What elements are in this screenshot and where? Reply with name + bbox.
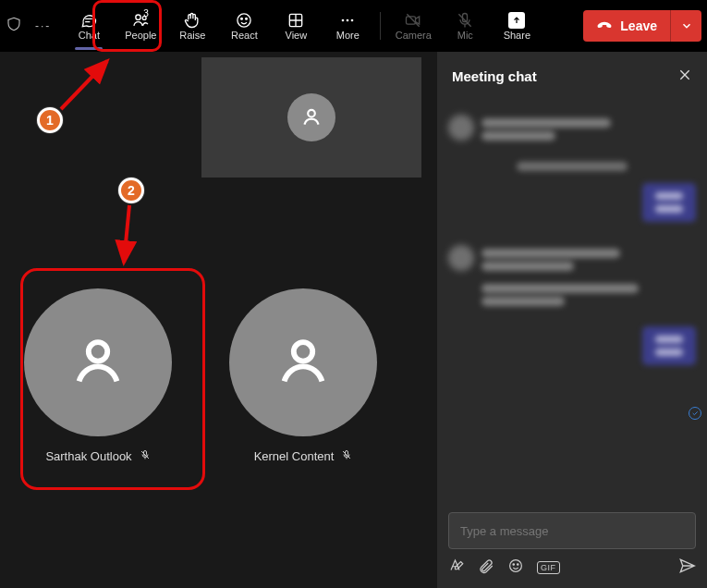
chat-messages[interactable] xyxy=(437,100,707,507)
avatar-icon xyxy=(287,93,335,141)
mic-muted-icon xyxy=(140,449,151,463)
mic-off-icon xyxy=(456,11,474,30)
camera-off-icon xyxy=(404,11,422,30)
people-button[interactable]: 3 People xyxy=(116,5,165,47)
more-label: More xyxy=(336,30,360,41)
svg-point-17 xyxy=(513,564,515,566)
emoji-icon[interactable] xyxy=(507,557,524,578)
chat-button[interactable]: Chat xyxy=(64,5,114,47)
verified-icon xyxy=(689,407,701,420)
raise-hand-icon xyxy=(183,11,201,30)
share-icon xyxy=(507,11,526,30)
chat-message-incoming xyxy=(448,245,696,310)
participant-name: Kernel Content xyxy=(254,449,335,463)
close-icon[interactable] xyxy=(677,67,692,85)
svg-point-16 xyxy=(510,560,522,572)
gif-icon[interactable]: GIF xyxy=(537,561,560,574)
chat-icon xyxy=(79,11,98,30)
view-icon xyxy=(286,11,305,30)
view-button[interactable]: View xyxy=(271,5,321,47)
avatar-icon xyxy=(229,288,377,436)
format-icon[interactable] xyxy=(448,557,465,578)
svg-point-4 xyxy=(246,18,248,20)
participant-name: Sarthak Outlook xyxy=(45,449,131,463)
chat-title: Meeting chat xyxy=(452,68,537,84)
camera-label: Camera xyxy=(396,30,432,41)
video-stage: Sarthak Outlook Kernel Content xyxy=(0,52,437,588)
svg-point-14 xyxy=(294,342,312,361)
svg-point-11 xyxy=(308,110,315,117)
chat-message-incoming xyxy=(448,115,696,144)
shield-icon[interactable] xyxy=(6,16,22,36)
svg-point-12 xyxy=(89,342,107,361)
top-toolbar: -·- Chat 3 People Raise React View xyxy=(0,0,707,52)
annotation-marker-1: 1 xyxy=(37,107,63,133)
react-label: React xyxy=(231,30,258,41)
leave-dropdown[interactable] xyxy=(670,10,701,42)
send-icon[interactable] xyxy=(677,557,696,579)
raise-hand-button[interactable]: Raise xyxy=(167,5,217,47)
raise-label: Raise xyxy=(179,30,205,41)
leave-button[interactable]: Leave xyxy=(583,10,670,42)
pinned-participant[interactable] xyxy=(201,57,421,178)
people-count: 3 xyxy=(143,8,149,18)
svg-point-3 xyxy=(241,18,243,20)
camera-button[interactable]: Camera xyxy=(388,5,438,47)
mic-label: Mic xyxy=(457,30,473,41)
svg-point-8 xyxy=(351,19,354,22)
leave-label: Leave xyxy=(620,18,657,33)
chat-message-outgoing xyxy=(448,326,696,368)
share-label: Share xyxy=(504,30,530,41)
view-label: View xyxy=(286,30,308,41)
more-icon xyxy=(338,11,357,30)
svg-point-6 xyxy=(342,19,345,22)
mic-button[interactable]: Mic xyxy=(440,5,490,47)
connection-icon: -·- xyxy=(35,19,51,32)
chevron-down-icon xyxy=(680,19,693,32)
react-icon xyxy=(235,11,253,30)
svg-point-0 xyxy=(136,15,140,19)
chat-message-outgoing xyxy=(448,183,696,225)
mic-muted-icon xyxy=(341,449,352,463)
svg-point-7 xyxy=(347,19,349,22)
people-label: People xyxy=(125,30,156,41)
avatar-icon xyxy=(24,288,172,436)
participant-tile[interactable]: Sarthak Outlook xyxy=(24,288,172,463)
participant-tile[interactable]: Kernel Content xyxy=(229,288,377,463)
chat-panel: Meeting chat xyxy=(437,52,707,588)
svg-point-2 xyxy=(238,14,250,27)
attach-icon[interactable] xyxy=(478,557,494,578)
share-button[interactable]: Share xyxy=(492,5,542,47)
svg-point-18 xyxy=(518,564,519,566)
chat-input[interactable] xyxy=(448,512,696,549)
annotation-marker-2: 2 xyxy=(118,178,144,203)
more-button[interactable]: More xyxy=(323,5,372,47)
react-button[interactable]: React xyxy=(219,5,269,47)
hangup-icon xyxy=(596,18,613,34)
chat-label: Chat xyxy=(79,30,100,41)
